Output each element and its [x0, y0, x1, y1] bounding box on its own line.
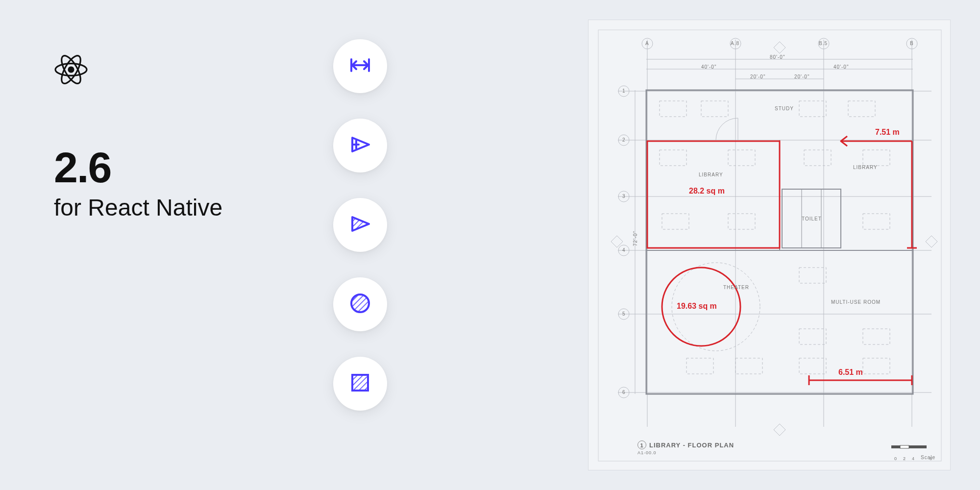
svg-rect-58 — [863, 329, 890, 344]
scale-4: 4 — [912, 456, 915, 461]
area-rectangle-button[interactable] — [333, 357, 387, 411]
dim-height: 72'-0" — [633, 231, 638, 246]
svg-rect-47 — [660, 150, 686, 166]
svg-rect-55 — [686, 358, 713, 374]
area-ellipse-button[interactable] — [333, 277, 387, 331]
anno-rect-area: 28.2 sq m — [689, 187, 725, 196]
svg-rect-43 — [660, 101, 686, 117]
tool-palette — [333, 39, 387, 411]
svg-rect-60 — [863, 358, 890, 374]
svg-marker-68 — [774, 424, 785, 436]
svg-rect-59 — [799, 358, 826, 374]
version-number: 2.6 — [54, 146, 222, 189]
anno-line-len: 6.51 m — [838, 368, 863, 377]
svg-rect-15 — [352, 375, 368, 391]
svg-rect-79 — [891, 445, 900, 448]
grid-row-5: 5 — [622, 311, 626, 317]
svg-rect-48 — [728, 150, 755, 166]
dim-width: 80'-0" — [770, 54, 785, 60]
scale-8: 8 — [930, 456, 932, 461]
room-library-r: LIBRARY — [853, 165, 878, 170]
svg-rect-49 — [804, 150, 831, 166]
floorplan-svg — [588, 20, 951, 471]
drawing-title: 1LIBRARY - FLOOR PLAN — [637, 441, 734, 449]
svg-rect-44 — [701, 101, 728, 117]
grid-col-b: B — [910, 41, 914, 46]
scale-0: 0 — [894, 456, 897, 461]
dim-width-l: 40'-0" — [701, 64, 716, 70]
rectangle-hatched-icon — [346, 369, 374, 398]
svg-rect-16 — [598, 30, 941, 461]
svg-rect-57 — [799, 329, 826, 344]
dim-width-r: 40'-0" — [833, 64, 849, 70]
floorplan-canvas[interactable]: A A.8 B.5 B 1 2 3 4 5 6 80'-0" 40'-0" 40… — [588, 20, 951, 470]
calibrate-button[interactable] — [333, 119, 387, 172]
grid-row-4: 4 — [622, 247, 626, 253]
svg-rect-56 — [735, 358, 762, 374]
grid-row-2: 2 — [622, 137, 626, 143]
room-toilet: TOILET — [802, 216, 822, 221]
scale-bar-icon — [891, 441, 935, 452]
version-subtitle: for React Native — [54, 194, 222, 221]
anno-circle-area: 19.63 sq m — [677, 302, 717, 311]
scale-label: Scale — [921, 455, 935, 460]
anno-arrow-len: 7.51 m — [875, 128, 900, 137]
svg-rect-52 — [728, 214, 755, 229]
scale-2: 2 — [903, 456, 906, 461]
svg-rect-81 — [909, 445, 927, 448]
title-block: 2.6 for React Native — [54, 54, 222, 221]
svg-marker-11 — [352, 217, 369, 231]
svg-marker-70 — [926, 236, 937, 247]
area-polygon-button[interactable] — [333, 198, 387, 252]
svg-rect-45 — [799, 101, 826, 117]
svg-marker-67 — [774, 42, 785, 53]
grid-row-1: 1 — [622, 88, 626, 94]
room-multiuse: MULTI-USE ROOM — [831, 299, 881, 305]
dim-sub-r: 20'-0" — [794, 74, 809, 79]
svg-rect-80 — [900, 445, 909, 448]
svg-rect-53 — [863, 214, 890, 229]
polygon-hatched-icon — [346, 210, 374, 240]
room-study: STUDY — [775, 106, 794, 111]
room-library-l: LIBRARY — [699, 172, 723, 177]
measure-distance-button[interactable] — [333, 39, 387, 93]
measure-arrows-icon — [346, 51, 374, 81]
room-theater: THEATER — [723, 285, 749, 290]
svg-point-13 — [351, 294, 369, 312]
svg-rect-54 — [799, 268, 826, 283]
svg-rect-51 — [662, 214, 689, 229]
svg-rect-46 — [848, 101, 875, 117]
drawing-ref: A1-00.0 — [637, 450, 657, 455]
grid-row-6: 6 — [622, 390, 626, 395]
svg-rect-50 — [863, 150, 890, 166]
calibrate-arrow-icon — [346, 131, 374, 160]
svg-point-3 — [68, 66, 74, 73]
grid-col-a8: A.8 — [731, 41, 739, 46]
grid-col-b5: B.5 — [819, 41, 828, 46]
react-logo-icon — [54, 54, 222, 87]
grid-col-a: A — [645, 41, 649, 46]
ellipse-hatched-icon — [346, 290, 374, 319]
dim-sub-l: 20'-0" — [750, 74, 765, 79]
grid-row-3: 3 — [622, 194, 626, 199]
